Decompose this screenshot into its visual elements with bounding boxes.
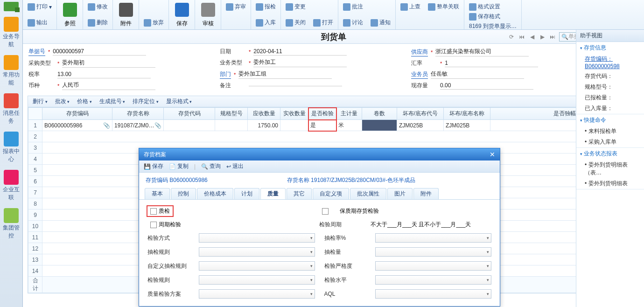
- qc-plan-dropdown[interactable]: [199, 289, 315, 299]
- date-value[interactable]: 2020-04-11: [253, 48, 347, 56]
- shelf-qc-checkbox[interactable]: [322, 208, 329, 215]
- inbound-button[interactable]: 入库: [254, 18, 278, 28]
- nav-group-ctrl[interactable]: 集团管控: [0, 204, 22, 243]
- display-format-button[interactable]: 显示格式: [166, 98, 192, 105]
- purchtype-value[interactable]: 委外期初: [62, 59, 155, 68]
- rate-value[interactable]: 1: [445, 60, 538, 67]
- dialog-titlebar[interactable]: 存货档案 ✕: [139, 148, 500, 160]
- sample-rule-dropdown[interactable]: [199, 247, 315, 257]
- col-stock-alias[interactable]: 存货代码: [164, 108, 215, 120]
- save-format-button[interactable]: 保存格式: [467, 12, 502, 21]
- refresh-icon[interactable]: ⟳: [508, 33, 515, 41]
- notify-button[interactable]: 通知: [369, 18, 392, 28]
- dialog-exit-button[interactable]: ↩ 退出: [226, 162, 244, 170]
- tab-quality[interactable]: 质量: [260, 188, 286, 199]
- tab-control[interactable]: 控制: [171, 188, 196, 199]
- remark-value[interactable]: [249, 85, 342, 86]
- close-icon[interactable]: ✕: [490, 151, 495, 158]
- price-button[interactable]: 价格: [77, 98, 92, 105]
- col-inspect[interactable]: 是否检验: [308, 108, 336, 120]
- tab-attach[interactable]: 附件: [413, 188, 439, 199]
- docno-label[interactable]: 单据号: [28, 48, 45, 56]
- tab-basic[interactable]: 基本: [145, 188, 170, 199]
- abandon-audit-button[interactable]: 弃审: [224, 2, 248, 12]
- reference-button[interactable]: 参照: [57, 0, 83, 29]
- dialog-copy-button[interactable]: 📄 复制: [169, 162, 189, 170]
- dept-label[interactable]: 部门: [220, 70, 231, 79]
- col-actual-qty[interactable]: 实收数量: [280, 108, 308, 120]
- batch-edit-button[interactable]: 批改: [55, 98, 70, 105]
- open-button[interactable]: 打开: [311, 18, 335, 28]
- col-bad-code[interactable]: 坏布/底布代号: [397, 108, 444, 120]
- biztype-value[interactable]: 委外加工: [253, 58, 347, 67]
- col-rolls[interactable]: 卷数: [362, 108, 397, 120]
- delete-row-button[interactable]: 删行: [33, 98, 48, 105]
- custom-rule-input[interactable]: [199, 261, 315, 271]
- sample-qty-input[interactable]: [375, 247, 491, 257]
- col-recv-qty[interactable]: 应收数量: [248, 108, 280, 120]
- tab-image[interactable]: 图片: [387, 188, 413, 199]
- paperclip-icon[interactable]: 📎: [103, 122, 110, 129]
- docno-value[interactable]: 0000000597: [53, 48, 146, 56]
- tab-price[interactable]: 价格成本: [197, 188, 233, 199]
- table-row[interactable]: 2: [28, 131, 639, 142]
- nav-report[interactable]: 报表中心: [0, 128, 22, 166]
- col-stock-name[interactable]: 存货名称: [112, 108, 164, 120]
- col-spec[interactable]: 规格型号: [215, 108, 248, 120]
- associate-button[interactable]: 整单关联: [426, 2, 461, 12]
- supplier-value[interactable]: 浙江盛兴染整有限公司: [435, 48, 529, 56]
- save-button[interactable]: 保存: [169, 0, 195, 29]
- nav-msg[interactable]: 消息任务: [0, 90, 22, 128]
- tab-plan[interactable]: 计划: [234, 188, 259, 199]
- status-item[interactable]: 委外到货明细表（表…: [576, 160, 644, 178]
- inspect-rule-dropdown[interactable]: [199, 275, 315, 285]
- table-row[interactable]: 1 B06000005986📎 191087/ZJM0…📎 1750.00 是 …: [28, 120, 639, 131]
- attach-button[interactable]: 附件: [113, 0, 139, 29]
- dialog-save-button[interactable]: 💾 保存: [144, 162, 163, 170]
- level-dropdown[interactable]: [375, 275, 491, 285]
- audit-button[interactable]: 审核: [195, 0, 221, 29]
- last-record-icon[interactable]: ⏭: [549, 33, 556, 41]
- col-uom[interactable]: 主计量: [336, 108, 362, 120]
- severity-dropdown[interactable]: [375, 261, 491, 271]
- inspect-method-dropdown[interactable]: [199, 233, 315, 243]
- clerk-value[interactable]: 任岳敏: [431, 70, 524, 79]
- batch-approve-button[interactable]: 批注: [341, 2, 365, 12]
- quick-cmd-section[interactable]: 快捷命令: [576, 114, 644, 126]
- clerk-label[interactable]: 业务员: [411, 70, 428, 79]
- status-report-section[interactable]: 业务状态报表: [576, 148, 644, 160]
- close-button[interactable]: 关闭: [284, 18, 308, 28]
- nav-biz-connect[interactable]: 企业互联: [0, 166, 22, 204]
- col-stock-code[interactable]: 存货编码: [42, 108, 112, 120]
- aql-dropdown[interactable]: [375, 289, 491, 299]
- stock-info-section[interactable]: 存货信息: [576, 42, 644, 54]
- next-record-icon[interactable]: ▶: [539, 33, 546, 41]
- change-button[interactable]: 变更: [284, 2, 308, 12]
- tab-other[interactable]: 其它: [287, 188, 312, 199]
- prev-record-icon[interactable]: ◀: [528, 33, 536, 41]
- sample-rate-input[interactable]: [375, 233, 491, 243]
- tab-batch[interactable]: 批次属性: [350, 188, 386, 199]
- stock-code-link[interactable]: 存货编码：B0600000598: [576, 54, 644, 71]
- tab-custom[interactable]: 自定义项: [313, 188, 349, 199]
- sort-locate-button[interactable]: 排序定位: [133, 98, 159, 105]
- delete-button[interactable]: 删除: [86, 18, 110, 28]
- modify-button[interactable]: 修改: [86, 2, 110, 12]
- first-record-icon[interactable]: ⏮: [518, 33, 525, 41]
- quick-item[interactable]: 采购入库单: [576, 137, 644, 147]
- output-button[interactable]: 输出: [26, 18, 49, 28]
- nav-biz-guide[interactable]: 业务导航: [0, 13, 22, 51]
- qc-checkbox[interactable]: [150, 208, 157, 215]
- taxrate-value[interactable]: 13.00: [57, 71, 151, 78]
- format-settings-button[interactable]: 格式设置: [467, 2, 502, 12]
- period-qc-checkbox[interactable]: [150, 222, 157, 228]
- report-inspect-button[interactable]: 报检: [254, 2, 278, 12]
- abandon-button[interactable]: 放弃: [142, 18, 166, 28]
- dept-value[interactable]: 委外加工组: [238, 70, 332, 79]
- currency-value[interactable]: 人民币: [62, 81, 155, 90]
- gen-batch-button[interactable]: 生成批号: [99, 98, 126, 105]
- print-button[interactable]: 打印 ▾: [26, 2, 54, 12]
- nav-common[interactable]: 常用功能: [0, 51, 22, 90]
- supplier-label[interactable]: 供应商: [411, 48, 428, 56]
- discuss-button[interactable]: 讨论: [341, 18, 365, 28]
